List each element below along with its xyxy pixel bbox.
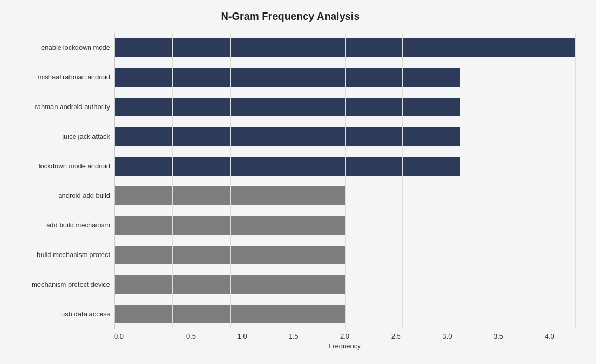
y-label: mechanism protect device xyxy=(5,269,114,299)
x-tick: 4.0 xyxy=(524,332,575,340)
bar xyxy=(115,186,345,205)
chart-title: N-Gram Frequency Analysis xyxy=(5,10,575,22)
x-axis-label: Frequency xyxy=(114,342,575,350)
bar-row xyxy=(115,151,575,181)
bar-row xyxy=(115,92,575,122)
bar xyxy=(115,127,460,146)
grid-line xyxy=(575,33,576,329)
chart-area: enable lockdown modemishaal rahman andro… xyxy=(5,33,575,314)
x-axis: 0.00.51.01.52.02.53.03.54.0 xyxy=(114,329,575,340)
bar xyxy=(115,305,345,323)
bar-row xyxy=(115,210,575,240)
y-label: rahman android authority xyxy=(5,92,114,122)
bar-row xyxy=(115,122,575,151)
bar xyxy=(115,98,460,116)
y-labels: enable lockdown modemishaal rahman andro… xyxy=(5,33,114,329)
y-label: enable lockdown mode xyxy=(5,33,114,62)
bar-row xyxy=(115,62,575,92)
x-tick: 2.0 xyxy=(319,332,371,340)
y-label: usb data access xyxy=(5,299,114,329)
x-tick: 1.5 xyxy=(268,332,319,340)
chart-container: N-Gram Frequency Analysis enable lockdow… xyxy=(0,0,596,364)
y-label: juice jack attack xyxy=(5,122,114,151)
x-tick: 0.5 xyxy=(166,332,217,340)
y-label: build mechanism protect xyxy=(5,240,114,269)
y-label: add build mechanism xyxy=(5,210,114,240)
bar xyxy=(115,38,575,57)
x-tick: 2.5 xyxy=(370,332,422,340)
y-label: lockdown mode android xyxy=(5,151,114,181)
bar-row xyxy=(115,240,575,269)
x-tick: 1.0 xyxy=(216,332,268,340)
bar xyxy=(115,275,345,294)
x-tick: 3.5 xyxy=(473,332,524,340)
y-label: mishaal rahman android xyxy=(5,62,114,92)
bar xyxy=(115,157,460,176)
y-label: android add build xyxy=(5,181,114,210)
bar-row xyxy=(115,181,575,210)
x-tick: 0.0 xyxy=(114,332,166,340)
bar-row xyxy=(115,299,575,329)
bar xyxy=(115,246,345,264)
bars-section: enable lockdown modemishaal rahman andro… xyxy=(5,33,575,329)
bar-row xyxy=(115,269,575,299)
bar-row xyxy=(115,33,575,62)
bar xyxy=(115,216,345,235)
bar xyxy=(115,68,460,87)
x-tick: 3.0 xyxy=(422,332,473,340)
plot-area xyxy=(114,33,575,329)
